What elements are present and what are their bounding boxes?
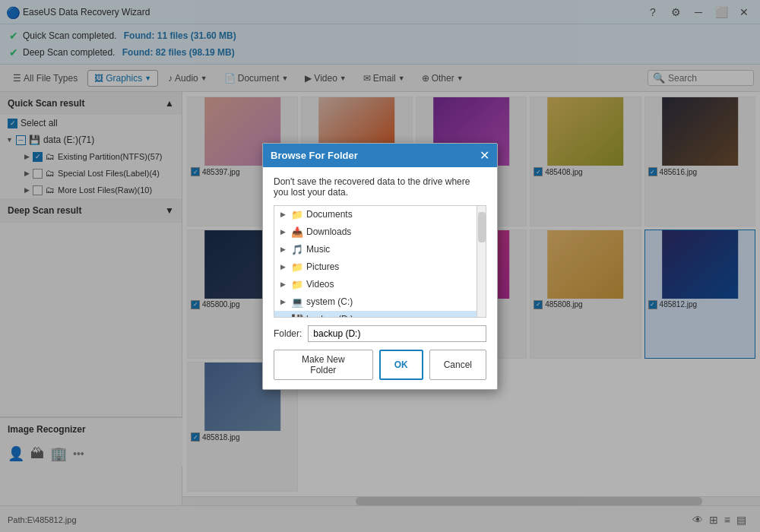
- ftree-label-0: Documents: [306, 209, 353, 220]
- browse-folder-modal: Browse For Folder ✕ Don't save the recov…: [262, 143, 498, 390]
- ftree-icon-2: 🎵: [291, 244, 303, 255]
- ftree-icon-0: 📁: [291, 209, 303, 220]
- modal-titlebar: Browse For Folder ✕: [263, 144, 497, 167]
- folder-tree-item-3[interactable]: ▶📁 Pictures: [274, 258, 486, 276]
- ftree-label-3: Pictures: [306, 261, 339, 272]
- folder-tree-item-5[interactable]: ▶💻 system (C:): [274, 293, 486, 311]
- folder-tree[interactable]: ▶📁 Documents▶📥 Downloads▶🎵 Music▶📁 Pictu…: [274, 205, 486, 318]
- cancel-button[interactable]: Cancel: [429, 350, 486, 380]
- modal-title: Browse For Folder: [271, 150, 358, 161]
- ftree-icon-4: 📁: [291, 279, 303, 290]
- ftree-icon-1: 📥: [291, 226, 303, 238]
- folder-label: Folder:: [274, 328, 302, 339]
- ftree-label-4: Videos: [306, 279, 334, 290]
- folder-tree-item-1[interactable]: ▶📥 Downloads: [274, 223, 486, 241]
- modal-body: Don't save the recovered data to the dri…: [263, 167, 497, 389]
- folder-tree-item-4[interactable]: ▶📁 Videos: [274, 276, 486, 293]
- folder-tree-item-2[interactable]: ▶🎵 Music: [274, 241, 486, 258]
- modal-buttons: Make New Folder OK Cancel: [274, 350, 486, 380]
- ftree-arrow-3: ▶: [280, 263, 288, 271]
- ftree-arrow-1: ▶: [280, 228, 288, 236]
- ftree-label-6: backup (D:): [306, 314, 353, 318]
- ftree-arrow-2: ▶: [280, 245, 288, 253]
- ftree-arrow-4: ▶: [280, 280, 288, 288]
- ftree-label-5: system (C:): [306, 296, 353, 307]
- ftree-arrow-6: ▼: [280, 315, 288, 318]
- folder-row: Folder:: [274, 325, 486, 342]
- ftree-icon-3: 📁: [291, 261, 303, 273]
- ftree-arrow-5: ▶: [280, 298, 288, 306]
- ftree-icon-5: 💻: [291, 296, 303, 308]
- modal-warning: Don't save the recovered data to the dri…: [274, 176, 486, 198]
- folder-tree-item-0[interactable]: ▶📁 Documents: [274, 206, 486, 223]
- modal-close-button[interactable]: ✕: [480, 148, 489, 163]
- ftree-arrow-0: ▶: [280, 211, 288, 218]
- ftree-icon-6: 💾: [291, 314, 303, 318]
- modal-overlay: Browse For Folder ✕ Don't save the recov…: [0, 0, 760, 532]
- make-new-folder-button[interactable]: Make New Folder: [274, 350, 373, 380]
- ftree-label-1: Downloads: [306, 226, 351, 237]
- folder-tree-item-6[interactable]: ▼💾 backup (D:): [274, 311, 486, 318]
- folder-input[interactable]: [308, 325, 486, 342]
- ok-button[interactable]: OK: [379, 350, 423, 380]
- ftree-label-2: Music: [306, 244, 330, 255]
